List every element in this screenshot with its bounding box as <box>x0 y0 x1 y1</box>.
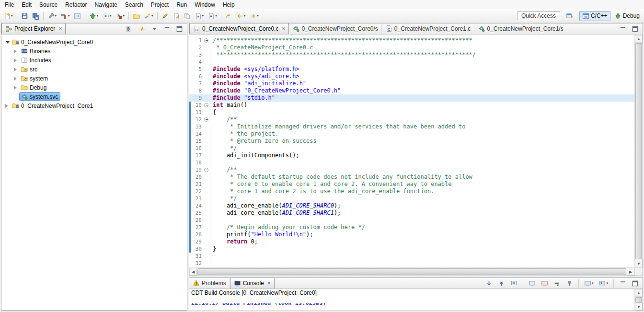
fold-collapse-icon[interactable] <box>204 38 208 43</box>
scroll-up-button[interactable] <box>496 278 506 289</box>
code-line-30[interactable]: 30} <box>189 245 634 253</box>
debug-button[interactable]: ▾ <box>88 11 100 21</box>
code-line-31[interactable]: 31 <box>189 253 634 260</box>
minimize-button[interactable] <box>618 278 628 289</box>
code-line-10[interactable]: 10int main() <box>189 102 634 109</box>
tree-item-includes[interactable]: Includes <box>1 56 187 65</box>
pages-button[interactable] <box>182 11 192 21</box>
code-line-25[interactable]: 25 adi_core_enable(ADI_CORE_SHARC1); <box>189 209 634 217</box>
scrollbar-thumb[interactable] <box>197 268 626 275</box>
last-edit-button[interactable] <box>224 11 234 21</box>
code-line-7[interactable]: 7#include "adi_initialize.h" <box>189 80 634 87</box>
code-line-1[interactable]: 1/**************************************… <box>189 37 634 44</box>
editor-tab-0[interactable]: C0_CreateNewProject_Core0.c× <box>189 23 289 34</box>
dropdown-arrow-icon[interactable]: ▾ <box>68 14 70 18</box>
code-line-28[interactable]: 28 printf("Hello World!\n"); <box>189 231 634 238</box>
fold-collapse-icon[interactable] <box>204 103 208 107</box>
menu-navigate[interactable]: Navigate <box>91 0 121 9</box>
expand-arrow-icon[interactable] <box>13 86 20 90</box>
view-menu-button[interactable] <box>150 24 160 34</box>
forward-button[interactable]: ▾ <box>248 11 260 21</box>
monitor-out-button[interactable] <box>527 278 537 289</box>
code-line-18[interactable]: 18 <box>189 159 634 166</box>
code-line-16[interactable]: 16 */ <box>189 145 634 152</box>
code-line-3[interactable]: 3 **************************************… <box>189 51 634 58</box>
perspective-debug[interactable]: Debug <box>611 11 643 21</box>
code-line-8[interactable]: 8#include "0_CreateNewProject_Core0.h" <box>189 87 634 94</box>
dropdown-arrow-icon[interactable]: ▾ <box>606 281 608 285</box>
code-line-5[interactable]: 5#include <sys/platform.h> <box>189 66 634 73</box>
console-view-tab-console[interactable]: Console× <box>230 277 275 289</box>
code-line-23[interactable]: 23 */ <box>189 195 634 202</box>
binary-grid-button[interactable]: 01 <box>72 11 82 21</box>
code-line-12[interactable]: 12 /** <box>189 116 634 123</box>
dropdown-arrow-icon[interactable]: ▾ <box>97 14 99 18</box>
tree-item-system[interactable]: Csystem <box>1 74 187 83</box>
dropdown-arrow-icon[interactable]: ▾ <box>151 14 153 18</box>
open-console-button[interactable]: ▾ <box>597 278 610 289</box>
expand-arrow-icon[interactable] <box>13 77 20 81</box>
tree-item-0-createnewproject-core1[interactable]: 0_CreateNewProject_Core1 <box>1 101 187 110</box>
word-wrap-button[interactable] <box>552 278 562 289</box>
menu-search[interactable]: Search <box>121 0 147 9</box>
editor-tab-1[interactable]: 0_CreateNewProject_Core0/s <box>289 23 381 34</box>
code-line-32[interactable]: 32 <box>189 260 634 267</box>
code-line-15[interactable]: 15 * @return zero on success <box>189 138 634 145</box>
perspective-cc[interactable]: CC/C++ <box>579 11 610 21</box>
code-line-9[interactable]: 9#include "stdio.h" <box>189 94 634 102</box>
close-view-icon[interactable]: × <box>58 26 62 31</box>
fold-collapse-icon[interactable] <box>204 168 208 172</box>
menu-help[interactable]: Help <box>219 0 239 9</box>
expand-arrow-icon[interactable] <box>4 40 11 44</box>
pin-console-button[interactable] <box>564 278 575 289</box>
code-line-27[interactable]: 27 /* Begin adding your custom code here… <box>189 224 634 231</box>
close-tab-icon[interactable]: × <box>282 26 285 31</box>
code-line-13[interactable]: 13 * Initialize managed drivers and/or s… <box>189 123 634 130</box>
annotation-prev-button[interactable]: ▾ <box>206 11 218 21</box>
save-button[interactable] <box>20 11 30 21</box>
scroll-down-button[interactable] <box>484 278 494 289</box>
menu-refactor[interactable]: Refactor <box>61 0 91 9</box>
minimize-button[interactable] <box>618 24 628 34</box>
code-line-17[interactable]: 17 adi_initComponents(); <box>189 152 634 159</box>
dropdown-arrow-icon[interactable]: ▾ <box>215 14 217 18</box>
maximize-button[interactable] <box>630 24 640 34</box>
scroll-left-arrow-icon[interactable]: ◀ <box>189 268 197 276</box>
tree-item-src[interactable]: Csrc <box>1 65 187 74</box>
project-explorer-tab[interactable]: Project Explorer × <box>1 23 66 34</box>
scrollbar-thumb[interactable] <box>635 43 642 259</box>
menu-source[interactable]: Source <box>35 0 61 9</box>
scroll-right-arrow-icon[interactable]: ▶ <box>627 268 634 276</box>
scroll-up-arrow-icon[interactable]: ▲ <box>635 289 643 297</box>
tree-item-system-svc[interactable]: system.svc <box>1 92 187 101</box>
editor-tab-3[interactable]: 0_CreateNewProject_Core1/s <box>474 23 567 34</box>
menu-project[interactable]: Project <box>147 0 172 9</box>
scrollbar-thumb[interactable] <box>635 297 642 303</box>
console-body[interactable]: CDT Build Console [0_CreateNewProject_Co… <box>189 289 643 311</box>
open-folder-button[interactable] <box>131 11 141 21</box>
maximize-button[interactable] <box>174 24 184 34</box>
expand-arrow-icon[interactable] <box>4 104 11 108</box>
editor-tab-2[interactable]: C0_CreateNewProject_Core1.c <box>382 23 474 34</box>
build-variant-button[interactable]: ▾ <box>46 11 58 21</box>
maximize-button[interactable] <box>630 278 640 289</box>
expand-arrow-icon[interactable] <box>13 68 20 71</box>
run-button[interactable]: ▾ <box>101 11 113 21</box>
external-tools-button[interactable]: ▾ <box>114 11 126 21</box>
open-perspective-button[interactable] <box>564 11 575 21</box>
code-line-11[interactable]: 11{ <box>189 109 634 116</box>
code-line-24[interactable]: 24 adi_core_enable(ADI_CORE_SHARC0); <box>189 202 634 209</box>
dropdown-arrow-icon[interactable]: ▾ <box>257 14 259 18</box>
tree-item-binaries[interactable]: 010Binaries <box>1 46 187 56</box>
code-editor[interactable]: 1/**************************************… <box>189 35 643 267</box>
menu-edit[interactable]: Edit <box>18 0 35 9</box>
code-line-2[interactable]: 2 * 0_CreateNewProject_Core0.c <box>189 44 634 51</box>
code-line-26[interactable]: 26 <box>189 217 634 224</box>
tree-item-debug[interactable]: Debug <box>1 83 187 92</box>
dropdown-arrow-icon[interactable]: ▾ <box>123 14 125 18</box>
back-button[interactable]: ▾ <box>235 11 247 21</box>
console-view-tab-problems[interactable]: Problems <box>189 277 230 289</box>
collapse-all-button[interactable] <box>125 24 135 34</box>
editor-vertical-scrollbar[interactable]: ▲ ▼ <box>634 35 643 267</box>
fold-collapse-icon[interactable] <box>204 117 208 122</box>
